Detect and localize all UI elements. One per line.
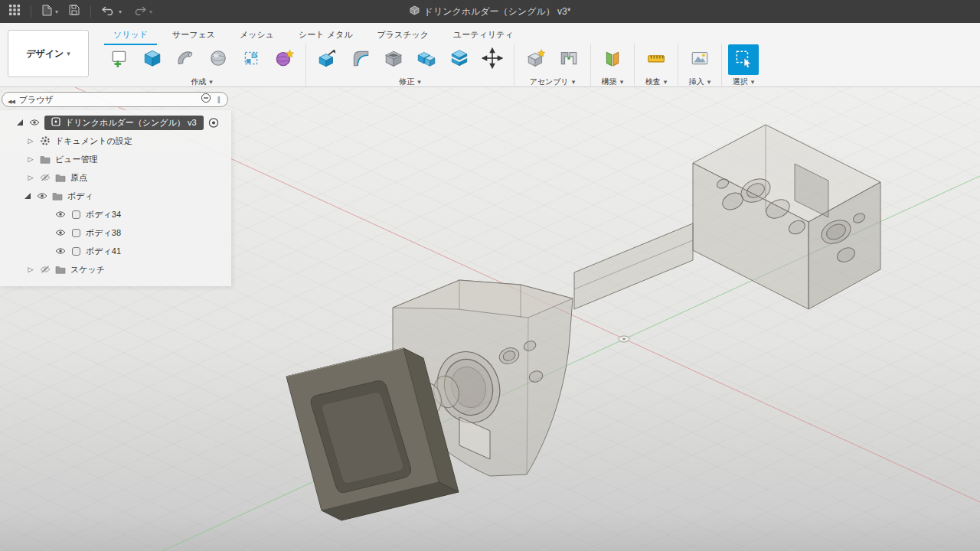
press-pull-icon — [318, 48, 338, 71]
measure-button[interactable] — [641, 44, 671, 75]
coil-icon — [274, 48, 294, 71]
select-icon — [733, 48, 753, 71]
body-icon — [70, 246, 81, 256]
visibility-eye-icon[interactable] — [37, 191, 47, 201]
split-body-button[interactable] — [444, 44, 475, 75]
move-button[interactable] — [477, 44, 508, 75]
browser-title: ブラウザ — [19, 94, 196, 106]
group-construct-dropdown[interactable]: 構築 — [597, 76, 628, 87]
visibility-eye-off-icon[interactable] — [40, 173, 51, 182]
visibility-eye-icon[interactable] — [55, 210, 66, 219]
group-select-dropdown[interactable]: 選択 — [728, 76, 759, 87]
group-select-label: 選択 — [733, 77, 748, 87]
browser-header: ブラウザ ∥ — [2, 92, 228, 107]
tree-row-document-settings[interactable]: ドキュメントの設定 — [0, 132, 231, 150]
tree-row-body-34[interactable]: ボディ34 — [0, 205, 231, 223]
group-modify-dropdown[interactable]: 修正 — [312, 76, 508, 87]
move-icon — [482, 47, 503, 72]
tree-item-label: ビュー管理 — [55, 154, 98, 165]
workspace-label: デザイン — [26, 47, 64, 60]
activate-radio-icon[interactable] — [208, 118, 219, 127]
visibility-eye-icon[interactable] — [55, 228, 66, 237]
collapsed-arrow-icon[interactable] — [26, 137, 35, 145]
tree-row-view-management[interactable]: ビュー管理 — [0, 150, 231, 168]
visibility-eye-off-icon[interactable] — [40, 265, 51, 274]
split-body-icon — [449, 48, 469, 71]
tree-item-label: ボディ — [67, 191, 93, 202]
group-insert-label: 挿入 — [689, 77, 704, 87]
tree-row-body-38[interactable]: ボディ38 — [0, 223, 231, 242]
root-component-pill[interactable]: ドリンクホルダー（シングル） v3 — [44, 116, 204, 130]
ribbon-groups: 作成 修正 アセンブリ — [98, 44, 765, 87]
expanded-arrow-icon[interactable] — [24, 193, 31, 199]
folder-icon — [52, 191, 63, 201]
sphere-button[interactable] — [203, 44, 234, 75]
tab-surface[interactable]: サーフェス — [163, 24, 224, 45]
collapsed-arrow-icon[interactable] — [26, 174, 35, 181]
primitive-box-button[interactable] — [137, 44, 168, 75]
redo-button[interactable] — [129, 2, 155, 21]
combine-button[interactable] — [411, 44, 442, 75]
tab-sheet-metal[interactable]: シート メタル — [289, 24, 361, 45]
insert-image-icon — [690, 48, 710, 71]
press-pull-button[interactable] — [312, 44, 343, 75]
group-modify-label: 修正 — [399, 77, 414, 87]
visibility-eye-icon[interactable] — [55, 246, 66, 256]
body-icon — [70, 210, 81, 219]
minimize-browser-icon[interactable] — [201, 93, 211, 106]
tree-row-sketches[interactable]: スケッチ — [0, 260, 231, 279]
coil-button[interactable] — [269, 44, 299, 75]
collapsed-arrow-icon[interactable] — [26, 155, 35, 163]
browser-panel: ブラウザ ∥ ドリンクホルダー（シングル） v3 — [0, 92, 231, 286]
tab-utilities[interactable]: ユーティリティ — [444, 24, 523, 45]
group-construct-label: 構築 — [602, 77, 617, 87]
fillet-icon — [351, 48, 371, 71]
group-assemble-dropdown[interactable]: アセンブリ — [521, 76, 584, 87]
tab-solid[interactable]: ソリッド — [104, 24, 157, 45]
expanded-arrow-icon[interactable] — [17, 119, 23, 126]
document-icon — [410, 5, 420, 18]
group-create: 作成 — [98, 44, 306, 87]
gear-icon — [40, 136, 51, 145]
divider — [90, 5, 91, 18]
workspace-selector[interactable]: デザイン — [8, 30, 89, 77]
insert-image-button[interactable] — [684, 44, 715, 75]
save-button[interactable] — [66, 2, 83, 21]
sweep-icon — [175, 48, 195, 71]
tab-plastic[interactable]: プラスチック — [368, 24, 438, 45]
undo-button[interactable] — [99, 2, 125, 21]
tab-mesh[interactable]: メッシュ — [230, 24, 283, 45]
sweep-button[interactable] — [170, 44, 201, 75]
joint-icon — [559, 48, 579, 71]
tree-row-bodies[interactable]: ボディ — [0, 187, 231, 205]
select-button[interactable] — [728, 44, 759, 75]
panel-grip-icon[interactable]: ∥ — [216, 96, 223, 103]
file-menu-button[interactable] — [39, 2, 61, 21]
visibility-eye-icon[interactable] — [29, 118, 40, 127]
group-assemble: アセンブリ — [514, 44, 591, 87]
shell-icon — [384, 48, 403, 71]
create-sketch-button[interactable] — [104, 44, 135, 75]
joint-button[interactable] — [554, 44, 584, 75]
group-create-dropdown[interactable]: 作成 — [104, 76, 299, 87]
create-sketch-icon — [109, 48, 129, 71]
ribbon-toolbar: デザイン ソリッド サーフェス メッシュ シート メタル プラスチック ユーティ… — [0, 23, 980, 87]
viewport[interactable]: ブラウザ ∥ ドリンクホルダー（シングル） v3 — [0, 87, 980, 551]
tree-row-origin[interactable]: 原点 — [0, 168, 231, 187]
file-icon — [42, 5, 52, 19]
shell-button[interactable] — [378, 44, 409, 75]
fillet-button[interactable] — [345, 44, 376, 75]
collapse-browser-icon[interactable] — [8, 93, 15, 106]
collapsed-arrow-icon[interactable] — [26, 266, 35, 273]
combine-icon — [416, 48, 436, 71]
app-grid-button[interactable] — [6, 2, 23, 21]
group-insert-dropdown[interactable]: 挿入 — [684, 76, 715, 87]
tree-item-label: スケッチ — [70, 264, 105, 276]
new-component-button[interactable] — [521, 44, 551, 75]
group-inspect-dropdown[interactable]: 検査 — [641, 76, 671, 87]
document-title: ドリンクホルダー（シングル） v3* — [424, 5, 571, 18]
construction-plane-button[interactable] — [597, 44, 628, 75]
tree-row-body-41[interactable]: ボディ41 — [0, 242, 231, 260]
tree-row-root[interactable]: ドリンクホルダー（シングル） v3 — [0, 113, 231, 132]
pattern-button[interactable] — [236, 44, 266, 75]
